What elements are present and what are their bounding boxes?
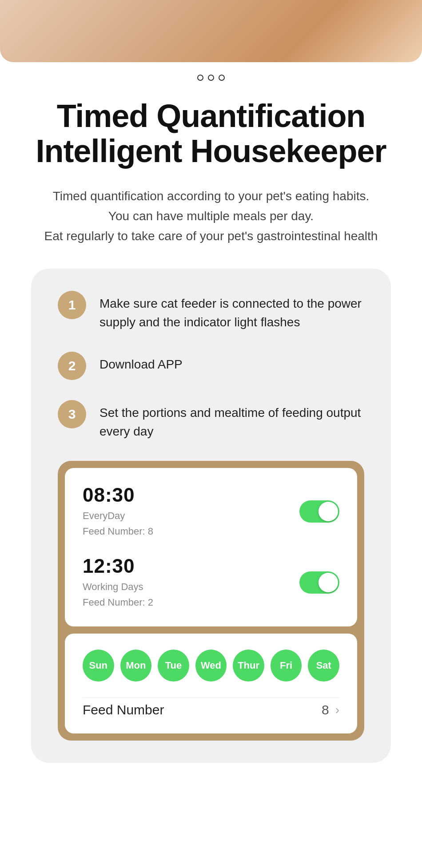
- step-1: 1 Make sure cat feeder is connected to t…: [58, 291, 364, 332]
- subtitle-text: Timed quantification according to your p…: [27, 186, 395, 246]
- day-sun[interactable]: Sun: [83, 650, 114, 682]
- day-tue[interactable]: Tue: [158, 650, 189, 682]
- day-mon[interactable]: Mon: [120, 650, 152, 682]
- main-instruction-card: 1 Make sure cat feeder is connected to t…: [31, 269, 391, 763]
- meal-1-toggle[interactable]: [299, 500, 339, 523]
- day-wed[interactable]: Wed: [195, 650, 227, 682]
- days-row: Sun Mon Tue Wed Thur Fri Sat: [83, 650, 339, 682]
- page-dots-indicator: [0, 62, 422, 90]
- page-title: Timed Quantification Intelligent Houseke…: [18, 99, 404, 169]
- step-3: 3 Set the portions and mealtime of feedi…: [58, 400, 364, 441]
- step-2-text: Download APP: [100, 352, 183, 374]
- meal-2-toggle-knob: [318, 573, 338, 592]
- meal-2-toggle[interactable]: [299, 571, 339, 594]
- schedule-outer-card: 08:30 EveryDay Feed Number: 8 12:30 Work…: [58, 461, 364, 741]
- step-3-text: Set the portions and mealtime of feeding…: [100, 400, 364, 441]
- dot-3: [219, 75, 225, 81]
- step-1-text: Make sure cat feeder is connected to the…: [100, 291, 364, 332]
- top-hero-image: [0, 0, 422, 62]
- title-section: Timed Quantification Intelligent Houseke…: [0, 90, 422, 173]
- feed-number-value-wrapper[interactable]: 8 ›: [322, 702, 339, 717]
- meal-2: 12:30 Working Days Feed Number: 2: [83, 555, 339, 610]
- feed-number-value: 8: [322, 702, 329, 717]
- step-number-2: 2: [58, 352, 86, 380]
- feed-number-row[interactable]: Feed Number 8 ›: [83, 698, 339, 717]
- day-selector-card: Sun Mon Tue Wed Thur Fri Sat: [65, 634, 357, 733]
- step-number-1: 1: [58, 291, 86, 319]
- dot-1: [197, 75, 203, 81]
- meals-card: 08:30 EveryDay Feed Number: 8 12:30 Work…: [65, 468, 357, 626]
- step-number-3: 3: [58, 400, 86, 428]
- feed-number-label: Feed Number: [83, 702, 164, 717]
- step-2: 2 Download APP: [58, 352, 364, 380]
- dot-2: [208, 75, 214, 81]
- meal-2-toggle-wrapper[interactable]: [299, 571, 339, 594]
- meal-1-toggle-wrapper[interactable]: [299, 500, 339, 523]
- day-fri[interactable]: Fri: [271, 650, 302, 682]
- meal-1: 08:30 EveryDay Feed Number: 8: [83, 484, 339, 539]
- day-sat[interactable]: Sat: [308, 650, 339, 682]
- day-thur[interactable]: Thur: [233, 650, 264, 682]
- meal-1-toggle-knob: [318, 502, 338, 521]
- chevron-right-icon: ›: [335, 703, 339, 717]
- subtitle-section: Timed quantification according to your p…: [0, 173, 422, 255]
